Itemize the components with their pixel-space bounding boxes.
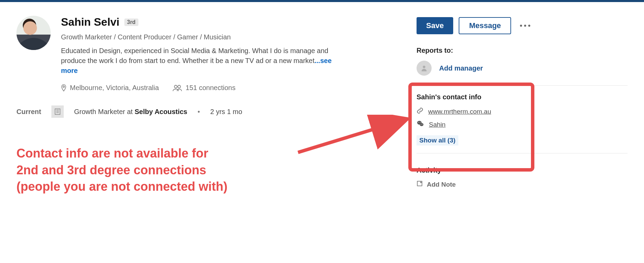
contact-website-link[interactable]: www.mrtherm.com.au <box>428 108 491 115</box>
profile-main: Sahin Selvi 3rd Growth Marketer / Conten… <box>16 16 407 195</box>
profile-text: Sahin Selvi 3rd Growth Marketer / Conten… <box>61 16 342 92</box>
wechat-icon <box>417 120 424 129</box>
save-button[interactable]: Save <box>417 17 453 34</box>
connections[interactable]: 151 connections <box>173 84 236 92</box>
add-note-text: Add Note <box>427 181 456 188</box>
reports-to-panel: Reports to: Add manager <box>417 47 628 86</box>
add-note-button[interactable]: Add Note <box>417 180 628 188</box>
svg-rect-14 <box>417 181 422 186</box>
link-icon <box>417 107 423 116</box>
profile-page: Sahin Selvi 3rd Growth Marketer / Conten… <box>0 2 644 195</box>
meta-row: Melbourne, Victoria, Australia 151 conne… <box>61 84 342 92</box>
show-all-contact-link[interactable]: Show all (3) <box>417 135 458 146</box>
reports-to-label: Reports to: <box>417 47 628 54</box>
dot-icon <box>528 25 530 27</box>
contact-info-label: Sahin's contact info <box>417 93 628 101</box>
connection-degree-badge: 3rd <box>124 18 138 26</box>
manager-avatar-placeholder-icon <box>417 61 432 76</box>
svg-point-11 <box>420 122 421 123</box>
profile-sidebar: Save Message Reports to: Add manager Sah… <box>407 16 628 195</box>
svg-rect-3 <box>55 109 60 115</box>
svg-point-9 <box>420 123 423 126</box>
connections-icon <box>173 85 182 91</box>
svg-point-13 <box>422 124 423 125</box>
action-row: Save Message <box>417 17 628 34</box>
svg-point-0 <box>63 86 65 87</box>
message-button[interactable]: Message <box>459 17 511 34</box>
annotation-line: (people you are not connected with) <box>16 178 290 195</box>
location-pin-icon <box>61 84 66 92</box>
name-row: Sahin Selvi 3rd <box>61 16 342 28</box>
current-title: Growth Marketer at <box>74 108 135 115</box>
annotation-line: 2nd and 3rd degree connections <box>16 162 290 179</box>
svg-point-7 <box>423 66 425 68</box>
divider <box>417 153 628 153</box>
current-duration: 2 yrs 1 mo <box>210 108 242 116</box>
avatar[interactable] <box>16 16 51 50</box>
add-manager-link[interactable]: Add manager <box>439 64 483 72</box>
add-manager-row[interactable]: Add manager <box>417 61 628 76</box>
svg-point-2 <box>178 85 181 88</box>
summary-line: Educated in Design, experienced in Socia… <box>61 47 328 54</box>
svg-point-12 <box>421 124 421 125</box>
current-company: Selby Acoustics <box>135 108 187 115</box>
connections-text: 151 connections <box>186 84 236 92</box>
profile-name: Sahin Selvi <box>61 16 120 28</box>
dot-icon <box>520 25 522 27</box>
more-actions-button[interactable] <box>517 21 534 30</box>
contact-website[interactable]: www.mrtherm.com.au <box>417 107 628 116</box>
summary-line: produce the work I do from start to end.… <box>61 57 314 64</box>
profile-header: Sahin Selvi 3rd Growth Marketer / Conten… <box>16 16 407 92</box>
current-label: Current <box>16 108 41 116</box>
current-position-text: Growth Marketer at Selby Acoustics <box>74 108 187 116</box>
activity-label: Activity <box>417 166 628 174</box>
separator-dot: • <box>198 108 200 116</box>
profile-headline: Growth Marketer / Content Producer / Gam… <box>61 33 342 41</box>
contact-info-panel: Sahin's contact info www.mrtherm.com.au … <box>417 93 628 153</box>
divider <box>417 85 628 86</box>
annotation-line: Contact info are not available for <box>16 145 290 162</box>
note-icon <box>417 180 423 188</box>
svg-point-10 <box>418 122 419 123</box>
svg-point-1 <box>174 85 177 88</box>
annotation-text: Contact info are not available for 2nd a… <box>16 145 290 195</box>
contact-wechat[interactable]: Sahin <box>417 120 628 129</box>
profile-summary: Educated in Design, experienced in Socia… <box>61 46 342 76</box>
location: Melbourne, Victoria, Australia <box>61 84 159 92</box>
current-position-row: Current Growth Marketer at Selby Acousti… <box>16 105 407 118</box>
location-text: Melbourne, Victoria, Australia <box>70 84 159 92</box>
contact-wechat-link[interactable]: Sahin <box>429 121 446 128</box>
company-logo-icon[interactable] <box>51 105 64 118</box>
dot-icon <box>524 25 526 27</box>
